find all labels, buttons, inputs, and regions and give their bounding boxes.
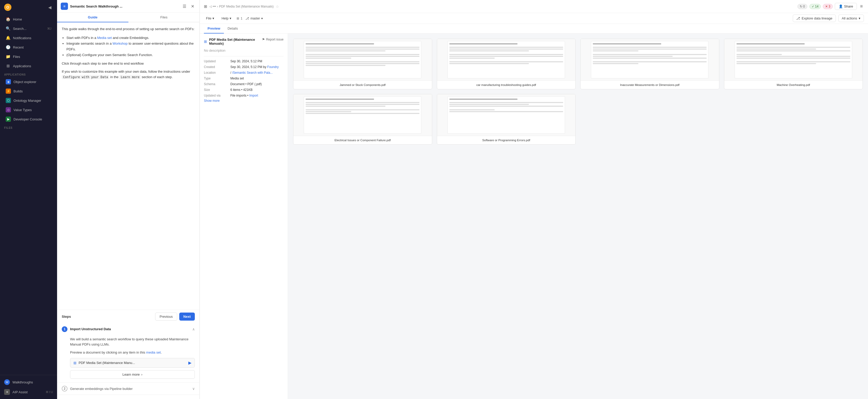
file-type-icon: ⊞ bbox=[204, 39, 207, 44]
error-icon: ✕ bbox=[825, 5, 828, 8]
thumbnail-4[interactable]: Machine Overheating.pdf bbox=[724, 39, 863, 89]
folder-icon: 📁 bbox=[6, 54, 10, 59]
branch-label: master bbox=[250, 17, 260, 20]
help-label: Help bbox=[221, 16, 228, 20]
help-chevron-icon: ▾ bbox=[229, 16, 231, 20]
error-count: 3 bbox=[829, 5, 830, 8]
explore-data-lineage-button[interactable]: ⎇ Explore data lineage bbox=[793, 15, 836, 22]
thumbnail-2[interactable]: car manufacturing troubleshooting guides… bbox=[437, 39, 576, 89]
next-button[interactable]: Next bbox=[179, 313, 195, 321]
branch-icon: ⎇ bbox=[245, 17, 249, 20]
all-actions-chevron-icon: ▾ bbox=[859, 16, 861, 20]
toolbar-branch-indicator[interactable]: ⎇ master ▾ bbox=[245, 17, 263, 20]
tab-preview[interactable]: Preview bbox=[204, 24, 224, 33]
steps-bar: Steps Previous Next bbox=[57, 310, 199, 323]
help-menu-button[interactable]: Help ▾ bbox=[219, 15, 234, 21]
preview-tabs: Preview Details bbox=[200, 24, 868, 33]
sidebar-item-files[interactable]: 📁 Files bbox=[2, 52, 56, 61]
file-label: File bbox=[206, 16, 211, 20]
sidebar-item-aip-assist[interactable]: ✕ AIP Assist ⌘⇧U bbox=[0, 387, 57, 397]
step-1-header[interactable]: 1 Import Unstructured Data ∧ bbox=[57, 323, 199, 335]
guide-panel: ≡ Semantic Search Walkthrough ... ☰ ✕ Gu… bbox=[57, 0, 200, 399]
foundry-link[interactable]: Foundry bbox=[267, 65, 279, 69]
thumbnail-3[interactable]: Inaccurate Measurements or Dimensions.pd… bbox=[580, 39, 719, 89]
explore-icon: ⎇ bbox=[796, 16, 800, 20]
star-icon[interactable]: ☆ bbox=[276, 4, 279, 8]
home-icon: 🏠 bbox=[6, 17, 10, 22]
counter-errors[interactable]: ✕ 3 bbox=[823, 4, 833, 9]
media-set-link-2[interactable]: media set bbox=[146, 350, 161, 354]
steps-nav: Previous Next bbox=[155, 313, 195, 321]
explore-label: Explore data lineage bbox=[802, 16, 833, 20]
all-actions-button[interactable]: All actions ▾ bbox=[838, 15, 864, 22]
sidebar-item-applications[interactable]: ⊞ Applications bbox=[2, 61, 56, 70]
share-button[interactable]: 👤 Share bbox=[835, 3, 857, 10]
guide-bullets: Start with PDFs in a Media set and creat… bbox=[62, 35, 195, 58]
thumbnail-4-preview bbox=[724, 39, 863, 81]
guide-close-button[interactable]: ✕ bbox=[189, 3, 196, 10]
logo-icon: O bbox=[4, 4, 11, 11]
file-menu-button[interactable]: File ▾ bbox=[204, 15, 216, 21]
guide-click-text: Click through each step to see the end t… bbox=[62, 61, 195, 66]
file-chevron-icon: ▾ bbox=[213, 16, 214, 20]
tab-files[interactable]: Files bbox=[128, 13, 200, 22]
step-item-2: 2 Generate embeddings via Pipeline build… bbox=[57, 383, 199, 395]
media-set-link[interactable]: Media set bbox=[97, 36, 112, 40]
thumbnail-1[interactable]: Jammed or Stuck Components.pdf bbox=[293, 39, 432, 89]
topbar-menu-button[interactable]: ≡ bbox=[859, 3, 864, 10]
step-2-header[interactable]: 2 Generate embeddings via Pipeline build… bbox=[57, 383, 199, 395]
sidebar-item-developer-console[interactable]: ▶ Developer Console bbox=[2, 115, 56, 123]
thumbnail-5[interactable]: Electrical Issues or Component Failure.p… bbox=[293, 94, 432, 145]
workshop-link[interactable]: Workshop bbox=[113, 41, 128, 46]
topbar-right: ↻ 0 ✓ 14 ✕ 3 👤 Share ≡ bbox=[798, 3, 864, 10]
thumbnail-4-label: Machine Overheating.pdf bbox=[724, 81, 863, 89]
sidebar-item-label: Notifications bbox=[13, 36, 31, 40]
meta-schema: Schema Document • PDF (.pdf) bbox=[204, 82, 283, 86]
sidebar-item-walkthroughs[interactable]: W Walkthroughs bbox=[0, 377, 57, 387]
previous-button[interactable]: Previous bbox=[155, 313, 177, 321]
ontology-icon: ⬡ bbox=[6, 98, 11, 103]
import-link[interactable]: Import bbox=[249, 94, 258, 97]
sidebar-item-value-types[interactable]: ◇ Value Types bbox=[2, 105, 56, 114]
guide-content: This guide walks through the end-to-end … bbox=[57, 22, 199, 310]
sidebar-item-builds[interactable]: ⚡ Builds bbox=[2, 87, 56, 95]
thumbnail-5-label: Electrical Issues or Component Failure.p… bbox=[293, 136, 432, 144]
tab-details[interactable]: Details bbox=[224, 24, 242, 33]
show-more-button[interactable]: Show more bbox=[204, 99, 220, 103]
file-name: PDF Media Set (Maintenance Manuals) bbox=[209, 38, 255, 46]
thumbnail-3-label: Inaccurate Measurements or Dimensions.pd… bbox=[581, 81, 719, 89]
sidebar-item-ontology-manager[interactable]: ⬡ Ontology Manager bbox=[2, 96, 56, 105]
report-issue-button[interactable]: ⚑ Report issue bbox=[262, 38, 283, 41]
step-item-1: 1 Import Unstructured Data ∧ We will bui… bbox=[57, 323, 199, 383]
counter-sync[interactable]: ↻ 0 bbox=[798, 4, 807, 9]
sidebar-item-notifications[interactable]: 🔔 Notifications bbox=[2, 33, 56, 42]
share-label: Share bbox=[844, 4, 853, 8]
sidebar-item-search[interactable]: 🔍 Search... ⌘J bbox=[2, 24, 56, 33]
code-configure: Configure with your Data bbox=[62, 75, 109, 79]
guide-customize-text: If you wish to customize this example wi… bbox=[62, 69, 195, 80]
step-1-media-card[interactable]: ⊞ PDF Media Set (Maintenance Manu... ▶ bbox=[70, 358, 195, 368]
location-link[interactable]: /Semantic Search with Pala... bbox=[232, 71, 273, 75]
section-files-label: FILES bbox=[0, 124, 57, 130]
tab-guide[interactable]: Guide bbox=[57, 13, 128, 22]
thumbnail-2-label: car manufacturing troubleshooting guides… bbox=[437, 81, 576, 89]
learn-more-button[interactable]: Learn more › bbox=[70, 370, 195, 379]
sidebar-item-label: Recent bbox=[13, 46, 24, 49]
thumbnail-6[interactable]: Software or Programming Errors.pdf bbox=[437, 94, 576, 145]
sidebar-item-label: Search... bbox=[13, 27, 27, 31]
meta-created: Created Sep 30, 2024, 5:12 PM by Foundry bbox=[204, 65, 283, 69]
sidebar-bottom: W Walkthroughs ✕ AIP Assist ⌘⇧U bbox=[0, 375, 57, 399]
report-icon: ⚑ bbox=[262, 38, 265, 41]
file-info-title-row: ⊞ PDF Media Set (Maintenance Manuals) bbox=[204, 38, 255, 46]
bullet-1: Start with PDFs in a Media set and creat… bbox=[66, 35, 195, 41]
value-types-icon: ◇ bbox=[6, 107, 11, 112]
guide-menu-button[interactable]: ☰ bbox=[181, 3, 188, 10]
sidebar-item-recent[interactable]: 🕐 Recent bbox=[2, 43, 56, 52]
search-icon: 🔍 bbox=[6, 26, 10, 31]
counter-checks[interactable]: ✓ 14 bbox=[809, 4, 821, 9]
sidebar-logo: O ◀ bbox=[0, 0, 57, 15]
sidebar-item-home[interactable]: 🏠 Home bbox=[2, 15, 56, 24]
sidebar-item-object-explorer[interactable]: ◈ Object explorer bbox=[2, 77, 56, 86]
file-name-line1: PDF Media Set (Maintenance bbox=[209, 38, 255, 41]
sidebar-collapse-button[interactable]: ◀ bbox=[47, 4, 53, 11]
